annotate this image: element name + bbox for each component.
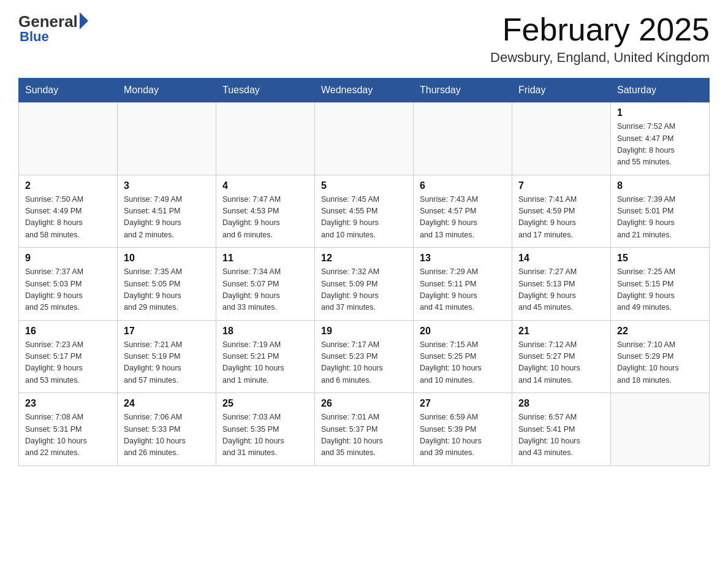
day-number: 28 [518, 398, 604, 409]
calendar-cell: 1Sunrise: 7:52 AMSunset: 4:47 PMDaylight… [611, 102, 710, 175]
calendar-cell [19, 102, 118, 175]
day-info: Sunrise: 7:35 AMSunset: 5:05 PMDaylight:… [124, 266, 210, 314]
day-number: 11 [222, 253, 308, 264]
day-number: 4 [222, 180, 308, 191]
calendar-week-row: 9Sunrise: 7:37 AMSunset: 5:03 PMDaylight… [19, 248, 710, 321]
day-info: Sunrise: 7:29 AMSunset: 5:11 PMDaylight:… [420, 266, 506, 314]
calendar-cell: 20Sunrise: 7:15 AMSunset: 5:25 PMDayligh… [414, 320, 512, 393]
calendar-cell [512, 102, 611, 175]
day-info: Sunrise: 7:08 AMSunset: 5:31 PMDaylight:… [25, 412, 111, 459]
weekday-header-thursday: Thursday [414, 79, 512, 102]
calendar-cell: 22Sunrise: 7:10 AMSunset: 5:29 PMDayligh… [611, 320, 710, 393]
calendar-cell: 14Sunrise: 7:27 AMSunset: 5:13 PMDayligh… [512, 248, 611, 321]
calendar-week-row: 2Sunrise: 7:50 AMSunset: 4:49 PMDaylight… [19, 175, 710, 248]
day-info: Sunrise: 7:50 AMSunset: 4:49 PMDaylight:… [25, 194, 111, 242]
calendar-cell [414, 102, 512, 175]
day-info: Sunrise: 7:39 AMSunset: 5:01 PMDaylight:… [617, 194, 703, 242]
day-number: 20 [420, 326, 506, 337]
day-info: Sunrise: 7:01 AMSunset: 5:37 PMDaylight:… [321, 412, 407, 459]
weekday-header-monday: Monday [118, 79, 216, 102]
day-info: Sunrise: 7:43 AMSunset: 4:57 PMDaylight:… [420, 194, 506, 242]
weekday-header-sunday: Sunday [19, 79, 118, 102]
day-number: 16 [25, 326, 111, 337]
title-area: February 2025 Dewsbury, England, United … [490, 12, 710, 66]
day-number: 24 [124, 398, 210, 409]
day-info: Sunrise: 7:23 AMSunset: 5:17 PMDaylight:… [25, 339, 111, 387]
logo-triangle-icon [80, 12, 88, 29]
day-number: 21 [518, 326, 604, 337]
calendar-cell: 23Sunrise: 7:08 AMSunset: 5:31 PMDayligh… [19, 393, 118, 466]
calendar-cell: 15Sunrise: 7:25 AMSunset: 5:15 PMDayligh… [611, 248, 710, 321]
day-info: Sunrise: 7:19 AMSunset: 5:21 PMDaylight:… [222, 339, 308, 387]
calendar-cell [315, 102, 414, 175]
day-info: Sunrise: 7:49 AMSunset: 4:51 PMDaylight:… [124, 194, 210, 242]
calendar-cell: 25Sunrise: 7:03 AMSunset: 5:35 PMDayligh… [216, 393, 315, 466]
day-number: 9 [25, 253, 111, 264]
calendar-cell [216, 102, 315, 175]
day-info: Sunrise: 7:25 AMSunset: 5:15 PMDaylight:… [617, 266, 703, 314]
logo-blue-text: Blue [20, 29, 49, 45]
day-info: Sunrise: 7:15 AMSunset: 5:25 PMDaylight:… [420, 339, 506, 387]
calendar-cell: 19Sunrise: 7:17 AMSunset: 5:23 PMDayligh… [315, 320, 414, 393]
weekday-header-row: SundayMondayTuesdayWednesdayThursdayFrid… [19, 79, 710, 102]
day-number: 5 [321, 180, 407, 191]
logo: General Blue [18, 12, 88, 45]
day-number: 14 [518, 253, 604, 264]
weekday-header-wednesday: Wednesday [315, 79, 414, 102]
day-info: Sunrise: 7:17 AMSunset: 5:23 PMDaylight:… [321, 339, 407, 387]
day-info: Sunrise: 7:41 AMSunset: 4:59 PMDaylight:… [518, 194, 604, 242]
day-number: 25 [222, 398, 308, 409]
calendar-cell: 9Sunrise: 7:37 AMSunset: 5:03 PMDaylight… [19, 248, 118, 321]
day-info: Sunrise: 6:57 AMSunset: 5:41 PMDaylight:… [518, 412, 604, 459]
day-number: 17 [124, 326, 210, 337]
calendar-cell: 8Sunrise: 7:39 AMSunset: 5:01 PMDaylight… [611, 175, 710, 248]
day-number: 10 [124, 253, 210, 264]
weekday-header-friday: Friday [512, 79, 611, 102]
day-number: 23 [25, 398, 111, 409]
day-info: Sunrise: 7:32 AMSunset: 5:09 PMDaylight:… [321, 266, 407, 314]
calendar-cell: 11Sunrise: 7:34 AMSunset: 5:07 PMDayligh… [216, 248, 315, 321]
calendar-cell: 26Sunrise: 7:01 AMSunset: 5:37 PMDayligh… [315, 393, 414, 466]
day-number: 19 [321, 326, 407, 337]
weekday-header-saturday: Saturday [611, 79, 710, 102]
day-number: 12 [321, 253, 407, 264]
day-info: Sunrise: 7:03 AMSunset: 5:35 PMDaylight:… [222, 412, 308, 459]
calendar-cell: 6Sunrise: 7:43 AMSunset: 4:57 PMDaylight… [414, 175, 512, 248]
page-header: General Blue February 2025 Dewsbury, Eng… [18, 12, 710, 66]
calendar-cell: 12Sunrise: 7:32 AMSunset: 5:09 PMDayligh… [315, 248, 414, 321]
day-number: 27 [420, 398, 506, 409]
day-info: Sunrise: 7:06 AMSunset: 5:33 PMDaylight:… [124, 412, 210, 459]
calendar-cell: 7Sunrise: 7:41 AMSunset: 4:59 PMDaylight… [512, 175, 611, 248]
calendar-table: SundayMondayTuesdayWednesdayThursdayFrid… [18, 78, 710, 466]
day-info: Sunrise: 7:34 AMSunset: 5:07 PMDaylight:… [222, 266, 308, 314]
day-number: 2 [25, 180, 111, 191]
location-text: Dewsbury, England, United Kingdom [490, 50, 710, 66]
day-number: 7 [518, 180, 604, 191]
day-info: Sunrise: 7:10 AMSunset: 5:29 PMDaylight:… [617, 339, 703, 387]
weekday-header-tuesday: Tuesday [216, 79, 315, 102]
month-title: February 2025 [490, 12, 710, 47]
day-info: Sunrise: 7:52 AMSunset: 4:47 PMDaylight:… [617, 121, 703, 169]
calendar-cell: 21Sunrise: 7:12 AMSunset: 5:27 PMDayligh… [512, 320, 611, 393]
calendar-week-row: 23Sunrise: 7:08 AMSunset: 5:31 PMDayligh… [19, 393, 710, 466]
day-info: Sunrise: 6:59 AMSunset: 5:39 PMDaylight:… [420, 412, 506, 459]
calendar-cell: 3Sunrise: 7:49 AMSunset: 4:51 PMDaylight… [118, 175, 216, 248]
calendar-cell: 5Sunrise: 7:45 AMSunset: 4:55 PMDaylight… [315, 175, 414, 248]
calendar-cell: 24Sunrise: 7:06 AMSunset: 5:33 PMDayligh… [118, 393, 216, 466]
day-info: Sunrise: 7:47 AMSunset: 4:53 PMDaylight:… [222, 194, 308, 242]
calendar-cell: 18Sunrise: 7:19 AMSunset: 5:21 PMDayligh… [216, 320, 315, 393]
day-number: 3 [124, 180, 210, 191]
day-info: Sunrise: 7:21 AMSunset: 5:19 PMDaylight:… [124, 339, 210, 387]
day-number: 8 [617, 180, 703, 191]
day-info: Sunrise: 7:45 AMSunset: 4:55 PMDaylight:… [321, 194, 407, 242]
calendar-cell: 10Sunrise: 7:35 AMSunset: 5:05 PMDayligh… [118, 248, 216, 321]
day-info: Sunrise: 7:12 AMSunset: 5:27 PMDaylight:… [518, 339, 604, 387]
day-info: Sunrise: 7:37 AMSunset: 5:03 PMDaylight:… [25, 266, 111, 314]
calendar-week-row: 1Sunrise: 7:52 AMSunset: 4:47 PMDaylight… [19, 102, 710, 175]
day-number: 15 [617, 253, 703, 264]
calendar-cell [611, 393, 710, 466]
day-number: 18 [222, 326, 308, 337]
calendar-cell: 2Sunrise: 7:50 AMSunset: 4:49 PMDaylight… [19, 175, 118, 248]
day-number: 1 [617, 107, 703, 118]
day-number: 26 [321, 398, 407, 409]
